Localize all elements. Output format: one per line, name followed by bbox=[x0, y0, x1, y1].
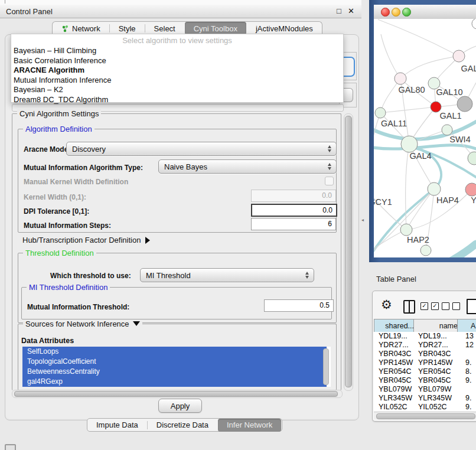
tab-style[interactable]: Style bbox=[110, 22, 145, 35]
float-panel-icon[interactable]: □ bbox=[337, 6, 341, 15]
expanded-arrow-icon[interactable] bbox=[133, 321, 140, 326]
table-row[interactable]: YPR145WYPR145W9. bbox=[374, 358, 476, 367]
settings-vertical-scrollbar-thumb[interactable] bbox=[345, 116, 352, 387]
data-attributes-label: Data Attributes bbox=[21, 337, 74, 345]
tab-infer-network[interactable]: Infer Network bbox=[218, 419, 281, 432]
kernel-width-field[interactable]: 0.0 bbox=[251, 190, 336, 202]
network-canvas[interactable]: GALGAL80GAL10GAL1GAL11SWI4GAL4GCY1HAP4YH… bbox=[374, 19, 476, 257]
network-edge-highlight bbox=[374, 145, 476, 149]
list-scrollbar-thumb[interactable] bbox=[323, 348, 329, 385]
algorithm-option-bayesian-k2[interactable]: Bayesian – K2 bbox=[11, 84, 343, 94]
tab-select[interactable]: Select bbox=[145, 22, 184, 35]
table-panel-title: Table Panel bbox=[376, 275, 416, 283]
settings-vertical-scrollbar[interactable] bbox=[344, 113, 353, 391]
mi-threshold-field[interactable]: 0.5 bbox=[264, 299, 334, 312]
table-cell: YDL19... bbox=[418, 332, 447, 340]
network-edge-highlight bbox=[449, 244, 476, 257]
network-node-gal4[interactable] bbox=[401, 136, 418, 152]
table-rows: YDL19...YDL19...13YDR27...YDR27...12YBR0… bbox=[374, 332, 476, 412]
zoom-traffic-light[interactable] bbox=[402, 8, 411, 17]
settings-horizontal-scrollbar[interactable] bbox=[12, 390, 343, 398]
data-attribute-item-gal4rgexp[interactable]: gal4RGexp bbox=[22, 377, 327, 387]
deselect-all-checkboxes-icon[interactable] bbox=[442, 302, 460, 310]
network-node[interactable] bbox=[468, 152, 476, 165]
which-threshold-value: MI Threshold bbox=[141, 271, 301, 280]
spinner-arrows-icon bbox=[301, 272, 314, 279]
network-edge bbox=[400, 56, 459, 79]
aracne-mode-combo[interactable]: Discovery bbox=[66, 142, 337, 156]
network-node[interactable] bbox=[457, 96, 472, 112]
network-node[interactable] bbox=[472, 19, 476, 29]
table-row[interactable]: YER054CYER054C8. bbox=[374, 367, 476, 376]
algorithm-option-dream8-dc-tdc-algorithm[interactable]: Dream8 DC_TDC Algorithm bbox=[11, 94, 343, 105]
network-node-hap4[interactable] bbox=[428, 182, 441, 195]
network-node-label: HAP4 bbox=[436, 195, 459, 205]
network-edge bbox=[374, 190, 406, 230]
algorithm-option-mutual-information-inference[interactable]: Mutual Information Inference bbox=[11, 75, 343, 85]
minimize-traffic-light[interactable] bbox=[392, 8, 400, 17]
table-row[interactable]: YBR043CYBR043C bbox=[374, 350, 476, 358]
network-node-y[interactable] bbox=[465, 183, 476, 196]
split-pane-collapse-icon[interactable]: ◂ bbox=[361, 217, 364, 223]
data-attribute-item-betweennesscentrality[interactable]: BetweennessCentrality bbox=[22, 367, 327, 377]
mi-steps-field[interactable]: 6 bbox=[251, 218, 336, 230]
tab-network[interactable]: Network bbox=[53, 22, 109, 35]
network-node-gal[interactable] bbox=[453, 50, 465, 62]
table-cell: YIL052C bbox=[379, 403, 407, 411]
tab-label: Style bbox=[119, 24, 136, 33]
control-panel-tabbar: NetworkStyleSelectCyni ToolboxjActiveMNo… bbox=[52, 21, 322, 35]
data-attribute-item-topologicalcoefficient[interactable]: TopologicalCoefficient bbox=[22, 357, 327, 367]
network-node-label: Y bbox=[471, 195, 476, 205]
data-attributes-list[interactable]: SelfLoopsTopologicalCoefficientBetweenne… bbox=[22, 347, 331, 387]
table-row[interactable]: YLR345WYLR345W9. bbox=[374, 394, 476, 403]
algorithm-option-basic-correlation-inference[interactable]: Basic Correlation Inference bbox=[11, 56, 343, 66]
apply-button[interactable]: Apply bbox=[158, 399, 202, 413]
tab-cyni-toolbox[interactable]: Cyni Toolbox bbox=[185, 22, 246, 35]
tab-label: jActiveMNodules bbox=[256, 24, 313, 33]
close-panel-icon[interactable]: ✕ bbox=[348, 6, 354, 15]
network-node-hap2[interactable] bbox=[400, 224, 412, 236]
dpi-tolerance-field[interactable]: 0.0 bbox=[251, 204, 337, 217]
table-cell: YLR345W bbox=[418, 394, 452, 402]
table-horizontal-scrollbar-thumb[interactable] bbox=[376, 413, 475, 419]
table-row[interactable]: YDL19...YDL19...13 bbox=[374, 332, 476, 341]
network-node-gal11[interactable] bbox=[375, 107, 386, 118]
select-all-checkboxes-icon[interactable]: ✓✓ bbox=[420, 302, 439, 310]
tab-label: Select bbox=[154, 24, 175, 33]
table-row[interactable]: YIL052CYIL052C9. bbox=[374, 403, 476, 412]
column-header-shared[interactable]: shared... bbox=[374, 319, 418, 332]
mi-algorithm-type-combo[interactable]: Naive Bayes bbox=[158, 159, 337, 174]
table-cell: YIL052C bbox=[418, 403, 447, 411]
column-header-partial[interactable]: A bbox=[457, 319, 476, 332]
minimized-panel-icon[interactable] bbox=[5, 444, 16, 450]
gear-icon[interactable]: ⚙ bbox=[381, 298, 392, 311]
table-cell: 12 bbox=[465, 341, 474, 349]
top-tick bbox=[5, 0, 5, 4]
algorithm-option-aracne-algorithm[interactable]: ARACNE Algorithm bbox=[11, 65, 343, 75]
table-row[interactable]: YBR045CYBR045C9. bbox=[374, 376, 476, 385]
collapsed-arrow-icon[interactable] bbox=[145, 237, 150, 244]
algorithm-dropdown-popup: Select algorithm to view settings Bayesi… bbox=[11, 34, 344, 103]
network-node-gal80[interactable] bbox=[395, 73, 406, 84]
export-table-icon[interactable] bbox=[467, 299, 476, 314]
hub-transcription-section[interactable]: Hub/Transcription Factor Definition bbox=[22, 236, 150, 244]
which-threshold-combo[interactable]: MI Threshold bbox=[140, 268, 314, 282]
data-attribute-item-selfloops[interactable]: SelfLoops bbox=[22, 347, 327, 357]
table-horizontal-scrollbar[interactable] bbox=[374, 412, 476, 419]
network-node[interactable] bbox=[420, 245, 431, 256]
column-header-name[interactable]: name bbox=[413, 319, 461, 332]
manual-kernel-width-checkbox[interactable] bbox=[325, 177, 334, 185]
columns-icon[interactable] bbox=[403, 300, 415, 314]
table-row[interactable]: YBL079WYBL079W bbox=[374, 385, 476, 394]
table-row[interactable]: YDR27...YDR27...12 bbox=[374, 341, 476, 350]
tab-jactivemnodules[interactable]: jActiveMNodules bbox=[247, 22, 322, 35]
settings-horizontal-scrollbar-thumb[interactable] bbox=[14, 391, 338, 397]
sources-group-label: Sources for Network Inference bbox=[23, 319, 142, 328]
network-node-label: GAL1 bbox=[439, 111, 461, 120]
network-node-swi4[interactable] bbox=[442, 125, 452, 135]
table-cell: YPR145W bbox=[418, 358, 452, 367]
algorithm-option-bayesian-hill-climbing[interactable]: Bayesian – Hill Climbing bbox=[11, 45, 343, 56]
close-traffic-light[interactable] bbox=[381, 8, 390, 17]
tab-impute-data[interactable]: Impute Data bbox=[87, 419, 147, 432]
tab-discretize-data[interactable]: Discretize Data bbox=[148, 419, 217, 432]
